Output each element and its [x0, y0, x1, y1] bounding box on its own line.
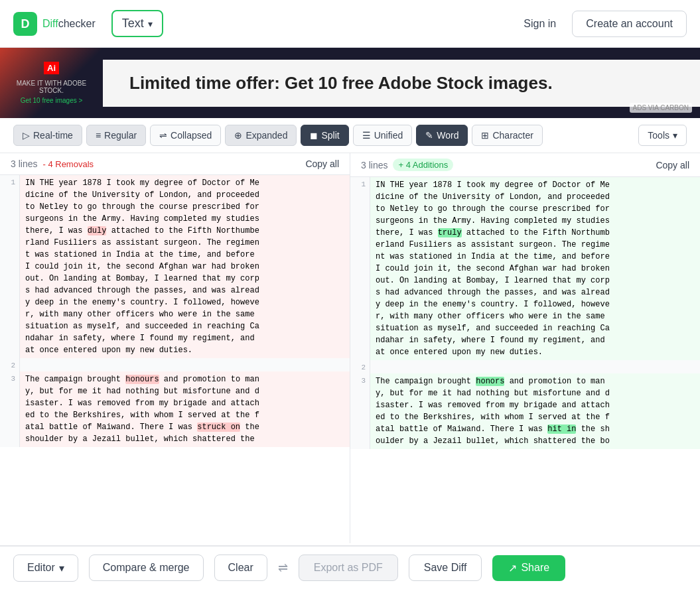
line-number: 1 [350, 177, 370, 360]
line-number: 1 [0, 175, 20, 358]
line-number: 2 [350, 360, 370, 373]
right-lines-count: 3 lines [361, 160, 387, 170]
expanded-icon: ⊕ [234, 130, 242, 141]
line-number: 3 [0, 371, 20, 447]
left-line-2-content [20, 358, 350, 362]
signin-button[interactable]: Sign in [513, 13, 567, 35]
toolbar-expanded-button[interactable]: ⊕ Expanded [225, 125, 297, 146]
diff-container: 3 lines - 4 Removals Copy all 1 IN THE y… [0, 153, 700, 543]
right-line-2-content [370, 360, 700, 364]
editor-chevron-icon: ▾ [59, 562, 64, 574]
removals-badge: - 4 Removals [42, 159, 94, 169]
toolbar-unified-label: Unified [374, 130, 403, 141]
logo-text: Diffchecker [42, 18, 96, 30]
left-line-2: 2 [0, 358, 350, 371]
left-line-3-content: The campaign brought honours and promoti… [20, 371, 350, 447]
ad-thumbnail-content: Ai MAKE IT WITH ADOBE STOCK. Get 10 free… [0, 56, 103, 109]
header: D Diffchecker Text ▾ Sign in Create an a… [0, 0, 700, 48]
export-label: Export as PDF [314, 562, 383, 573]
toolbar-realtime-button[interactable]: ▷ Real-time [13, 125, 82, 146]
word-icon: ✎ [425, 130, 433, 141]
save-diff-label: Save Diff [424, 562, 467, 573]
toolbar-collapsed-button[interactable]: ⇌ Collapsed [150, 125, 221, 146]
save-diff-button[interactable]: Save Diff [409, 555, 482, 581]
right-copy-all-button[interactable]: Copy all [656, 160, 689, 170]
compare-merge-button[interactable]: Compare & merge [89, 555, 204, 581]
tools-button[interactable]: Tools ▾ [638, 125, 687, 146]
tools-chevron-icon: ▾ [673, 130, 677, 141]
compare-merge-label: Compare & merge [103, 562, 190, 574]
toolbar-unified-button[interactable]: ☰ Unified [353, 125, 413, 146]
tools-label: Tools [648, 130, 669, 141]
right-line-1-content: IN THE year 1878 I took my degree of Doc… [370, 177, 700, 360]
collapsed-icon: ⇌ [159, 130, 167, 141]
unified-icon: ☰ [362, 130, 371, 141]
clear-label: Clear [228, 562, 253, 574]
toolbar-regular-button[interactable]: ≡ Regular [86, 125, 146, 146]
right-line-1: 1 IN THE year 1878 I took my degree of D… [350, 177, 700, 360]
right-line-3-content: The campaign brought honors and promotio… [370, 373, 700, 449]
export-pdf-button[interactable]: Export as PDF [299, 555, 398, 581]
toolbar-realtime-label: Real-time [33, 130, 73, 141]
additions-badge: + 4 Additions [393, 159, 453, 171]
left-diff-panel: 3 lines - 4 Removals Copy all 1 IN THE y… [0, 153, 350, 543]
line-number: 3 [350, 373, 370, 449]
chevron-down-icon: ▾ [148, 19, 153, 29]
ads-via-label: ADS VIA CARBON [630, 103, 692, 113]
left-diff-content: 1 IN THE year 1878 I took my degree of D… [0, 175, 350, 543]
toolbar-word-label: Word [437, 130, 458, 141]
line-number: 2 [0, 358, 20, 371]
toolbar-collapsed-label: Collapsed [171, 130, 212, 141]
left-copy-all-button[interactable]: Copy all [305, 159, 339, 169]
left-diff-header: 3 lines - 4 Removals Copy all [0, 153, 350, 175]
share-label: Share [521, 562, 549, 574]
right-line-2: 2 [350, 360, 700, 373]
right-diff-header: 3 lines + 4 Additions Copy all [350, 153, 700, 177]
right-line-3: 3 The campaign brought honors and promot… [350, 373, 700, 449]
toolbar-split-label: Split [321, 130, 339, 141]
toolbar-split-button[interactable]: ◼ Split [301, 125, 348, 146]
right-diff-content: 1 IN THE year 1878 I took my degree of D… [350, 177, 700, 543]
toolbar-word-button[interactable]: ✎ Word [416, 125, 468, 146]
left-line-1: 1 IN THE year 1878 I took my degree of D… [0, 175, 350, 358]
logo-icon: D [13, 12, 37, 36]
toolbar-regular-label: Regular [104, 130, 137, 141]
left-line-3: 3 The campaign brought honours and promo… [0, 371, 350, 447]
regular-icon: ≡ [96, 130, 101, 141]
character-icon: ⊞ [481, 130, 489, 141]
left-line-1-content: IN THE year 1878 I took my degree of Doc… [20, 175, 350, 358]
editor-label: Editor [27, 562, 55, 574]
arrow-icon: ⇌ [278, 560, 288, 575]
bottom-bar: Editor ▾ Compare & merge Clear ⇌ Export … [0, 545, 700, 589]
text-dropdown[interactable]: Text ▾ [111, 10, 163, 37]
right-diff-panel: 3 lines + 4 Additions Copy all 1 IN THE … [350, 153, 700, 543]
editor-button[interactable]: Editor ▾ [13, 555, 78, 582]
clear-button[interactable]: Clear [214, 555, 267, 581]
ad-thumbnail[interactable]: Ai MAKE IT WITH ADOBE STOCK. Get 10 free… [0, 48, 103, 118]
svg-text:D: D [21, 17, 30, 31]
ad-banner: Ai MAKE IT WITH ADOBE STOCK. Get 10 free… [0, 48, 700, 118]
toolbar-expanded-label: Expanded [245, 130, 287, 141]
toolbar: ▷ Real-time ≡ Regular ⇌ Collapsed ⊕ Expa… [0, 118, 700, 153]
left-lines-count: 3 lines [11, 159, 37, 169]
realtime-icon: ▷ [23, 130, 30, 141]
create-account-button[interactable]: Create an account [572, 11, 687, 37]
toolbar-character-button[interactable]: ⊞ Character [472, 125, 542, 146]
ad-text-area[interactable]: Limited time offer: Get 10 free Adobe St… [103, 60, 700, 107]
text-dropdown-label: Text [122, 17, 144, 31]
share-button[interactable]: ↗ Share [492, 555, 565, 581]
logo: D Diffchecker [13, 12, 96, 36]
toolbar-character-label: Character [492, 130, 533, 141]
split-icon: ◼ [310, 130, 318, 141]
ad-title: Limited time offer: Get 10 free Adobe St… [129, 73, 673, 94]
share-icon: ↗ [508, 562, 517, 574]
